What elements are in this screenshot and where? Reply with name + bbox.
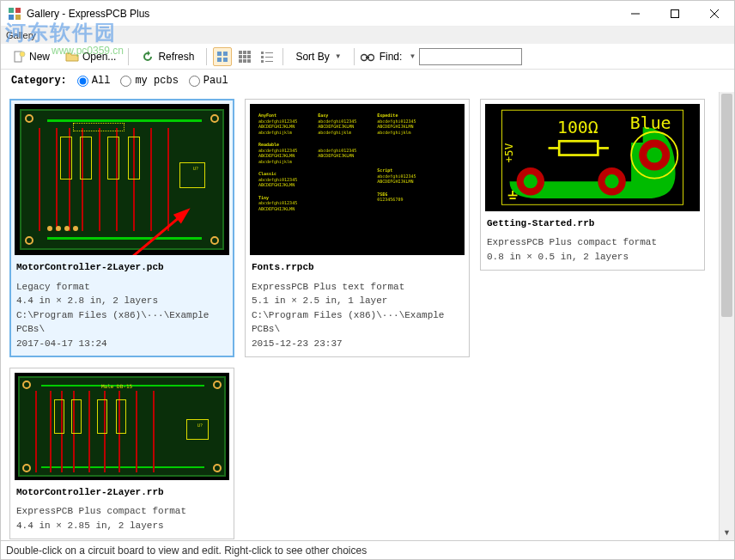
pcb-format: ExpressPCB Plus compact format xyxy=(487,235,698,250)
title-bar: Gallery - ExpressPCB Plus xyxy=(1,1,734,27)
chevron-down-icon: ▼ xyxy=(335,52,342,60)
open-label: Open... xyxy=(82,51,116,63)
pcb-thumbnail: U? xyxy=(15,104,229,255)
pcb-path: C:\Program Files (x86)\···\Example PCBs\ xyxy=(16,308,228,337)
svg-rect-18 xyxy=(243,55,246,58)
pcb-format: ExpressPCB Plus compact format xyxy=(16,504,228,519)
sortby-button[interactable]: Sort By ▼ xyxy=(289,48,347,65)
svg-rect-5 xyxy=(671,9,679,17)
new-file-icon xyxy=(12,50,26,64)
pcb-filename: MotorController-2Layer.pcb xyxy=(16,260,228,275)
open-button[interactable]: Open... xyxy=(59,47,122,66)
new-label: New xyxy=(29,51,50,63)
refresh-icon xyxy=(141,50,155,64)
maximize-button[interactable] xyxy=(655,1,695,27)
scroll-down-arrow[interactable]: ▼ xyxy=(720,525,734,540)
pcb-card[interactable]: AnyFontabcdefghi012345ABCDEFGHIJKLMNabcd… xyxy=(245,99,470,357)
status-text: Double-click on a circuit board to view … xyxy=(6,545,367,557)
binoculars-icon xyxy=(361,50,374,64)
scrollbar-thumb[interactable] xyxy=(721,94,732,317)
new-button[interactable]: New xyxy=(6,47,56,66)
svg-rect-23 xyxy=(261,52,264,54)
category-radio-all[interactable]: All xyxy=(77,75,111,87)
find-label: Find: xyxy=(380,51,403,63)
svg-rect-1 xyxy=(15,8,21,13)
svg-rect-20 xyxy=(239,59,242,63)
pcb-format: ExpressPCB Plus text format xyxy=(252,280,463,295)
find-input[interactable] xyxy=(419,48,522,65)
toolbar-separator xyxy=(206,48,207,65)
toolbar-separator xyxy=(282,48,283,65)
pcb-card[interactable]: 100Ω Blue +5V Getting-Started.rrb Expres… xyxy=(480,99,705,271)
pcb-card[interactable]: Male DB-15 U? MotorController-2Layer.rrb… xyxy=(9,368,234,539)
svg-rect-0 xyxy=(9,8,14,13)
svg-rect-21 xyxy=(243,59,246,63)
status-bar: Double-click on a circuit board to view … xyxy=(1,540,734,559)
svg-rect-2 xyxy=(9,15,14,20)
pcb-dims: 5.1 in × 2.5 in, 1 layer xyxy=(252,294,463,308)
vertical-scrollbar[interactable]: ▲ ▼ xyxy=(719,92,734,540)
close-button[interactable] xyxy=(695,1,734,27)
app-icon xyxy=(8,7,21,21)
window-title: Gallery - ExpressPCB Plus xyxy=(27,8,616,20)
pcb-meta: Fonts.rrpcb ExpressPCB Plus text format … xyxy=(250,255,465,352)
svg-text:Blue: Blue xyxy=(630,113,671,133)
pcb-thumbnail: AnyFontabcdefghi012345ABCDEFGHIJKLMNabcd… xyxy=(250,104,465,255)
pcb-path: C:\Program Files (x86)\···\Example PCBs\ xyxy=(252,308,463,337)
menu-bar: Gallery xyxy=(1,27,734,44)
svg-point-41 xyxy=(604,174,618,188)
content-area: U? MotorController-2Layer.pcb Legacy for… xyxy=(1,92,734,540)
pcb-filename: Fonts.rrpcb xyxy=(252,260,463,275)
category-radio-paul[interactable]: Paul xyxy=(189,75,228,87)
svg-rect-11 xyxy=(223,52,228,56)
pcb-thumbnail: Male DB-15 U? xyxy=(15,373,229,480)
view-medium-icon[interactable] xyxy=(235,47,254,66)
svg-rect-16 xyxy=(247,51,251,54)
category-radio-mypcbs[interactable]: my pcbs xyxy=(120,75,178,87)
svg-rect-19 xyxy=(247,55,251,58)
view-large-icon[interactable] xyxy=(213,47,232,66)
svg-rect-13 xyxy=(223,58,228,62)
app-window: Gallery - ExpressPCB Plus Gallery 河东软件园 … xyxy=(0,0,735,560)
svg-rect-10 xyxy=(217,52,222,56)
folder-open-icon xyxy=(65,50,79,64)
pcb-date: 2017-04-17 13:24 xyxy=(16,337,228,351)
toolbar: New Open... Refresh Sort By ▼ Find: ▼ xyxy=(1,44,734,70)
pcb-dims: 4.4 in × 2.85 in, 2 layers xyxy=(16,519,228,533)
pcb-filename: MotorController-2Layer.rrb xyxy=(16,485,228,500)
pcb-dims: 0.8 in × 0.5 in, 2 layers xyxy=(487,250,698,265)
svg-text:+5V: +5V xyxy=(502,143,515,162)
toolbar-separator xyxy=(128,48,129,65)
svg-rect-25 xyxy=(261,56,264,58)
svg-point-39 xyxy=(524,174,538,188)
refresh-button[interactable]: Refresh xyxy=(135,47,200,66)
view-list-icon[interactable] xyxy=(258,47,276,66)
category-bar: Category: All my pcbs Paul xyxy=(1,70,734,92)
svg-rect-12 xyxy=(217,58,222,62)
svg-rect-27 xyxy=(261,60,264,63)
svg-point-9 xyxy=(20,52,25,57)
menu-gallery[interactable]: Gallery xyxy=(6,30,36,40)
pcb-meta: Getting-Started.rrb ExpressPCB Plus comp… xyxy=(485,211,700,266)
svg-rect-15 xyxy=(243,51,246,54)
chevron-down-icon[interactable]: ▼ xyxy=(409,52,416,60)
svg-text:100Ω: 100Ω xyxy=(557,118,598,137)
toolbar-separator xyxy=(354,48,355,65)
sortby-label: Sort By xyxy=(295,51,329,63)
pcb-filename: Getting-Started.rrb xyxy=(487,216,698,231)
pcb-date: 2015-12-23 23:37 xyxy=(252,337,463,351)
minimize-button[interactable] xyxy=(616,1,655,27)
gallery-grid: U? MotorController-2Layer.pcb Legacy for… xyxy=(1,92,719,540)
svg-rect-17 xyxy=(239,55,242,58)
pcb-meta: MotorController-2Layer.pcb Legacy format… xyxy=(15,255,229,352)
svg-rect-42 xyxy=(559,141,598,155)
category-label: Category: xyxy=(11,75,67,87)
svg-rect-31 xyxy=(366,57,369,58)
pcb-meta: MotorController-2Layer.rrb ExpressPCB Pl… xyxy=(15,480,229,535)
refresh-label: Refresh xyxy=(158,51,194,63)
svg-rect-22 xyxy=(247,59,251,63)
pcb-format: Legacy format xyxy=(16,280,228,295)
svg-rect-3 xyxy=(15,15,21,20)
pcb-dims: 4.4 in × 2.8 in, 2 layers xyxy=(16,294,228,308)
pcb-card[interactable]: U? MotorController-2Layer.pcb Legacy for… xyxy=(9,99,234,357)
